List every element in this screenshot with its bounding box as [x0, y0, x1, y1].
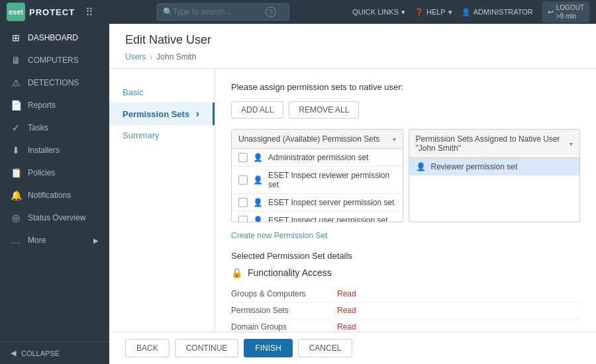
step-arrow-icon: › [196, 108, 199, 120]
more-icon: … [11, 235, 21, 246]
user-icon: 👤 [253, 175, 263, 185]
content-area: Edit Native User Users › John Smith Basi… [109, 24, 596, 364]
cancel-button[interactable]: CANCEL [298, 339, 353, 357]
logout-btn[interactable]: ↩ LOGOUT >9 min [542, 1, 589, 23]
topbar-center: 🔍 ? [157, 3, 289, 21]
breadcrumb: Users › John Smith [125, 52, 580, 68]
perm-checkbox-inspect-server[interactable] [238, 198, 248, 207]
assigned-permission-col: Permission Sets Assigned to Native User … [409, 129, 581, 222]
sidebar-item-policies[interactable]: 📋 Policies [0, 161, 109, 184]
status-overview-icon: ◎ [11, 212, 21, 223]
remove-all-button[interactable]: REMOVE ALL [289, 101, 359, 118]
topbar-left: eset PROTECT ⠿ [7, 3, 93, 21]
unassigned-permission-col: Unassigned (Available) Permission Sets ▾… [231, 129, 403, 222]
topbar: eset PROTECT ⠿ 🔍 ? QUICK LINKS ▾ ❓ HELP … [0, 0, 596, 24]
detections-icon: ⚠ [11, 77, 21, 88]
quick-links-btn[interactable]: QUICK LINKS ▾ [352, 8, 405, 17]
access-row-domain-groups: Domain Groups Read [231, 319, 580, 332]
access-table: Groups & Computers Read Permission Sets … [231, 286, 580, 332]
sidebar-item-tasks[interactable]: ✓ Tasks [0, 116, 109, 139]
assigned-item-reviewer[interactable]: 👤 Reviewer permission set [409, 158, 580, 175]
assigned-items-list: 👤 Reviewer permission set [409, 158, 580, 175]
sidebar-item-installers[interactable]: ⬇ Installers [0, 139, 109, 161]
sidebar-item-dashboard[interactable]: ⊞ DASHBOARD [0, 26, 109, 49]
permission-columns: Unassigned (Available) Permission Sets ▾… [231, 129, 580, 222]
logo-icon: eset [7, 3, 25, 21]
section-title: Please assign permission sets to native … [231, 82, 580, 92]
search-icon: 🔍 [163, 7, 173, 17]
perm-item-inspect-server[interactable]: 👤 ESET Inspect server permission set [232, 194, 403, 212]
access-row-groups: Groups & Computers Read [231, 286, 580, 302]
computers-icon: 🖥 [11, 55, 21, 66]
reports-icon: 📄 [11, 100, 21, 111]
functionality-header: 🔒 Functionality Access [231, 267, 580, 278]
sidebar-nav: ⊞ DASHBOARD 🖥 COMPUTERS ⚠ DETECTIONS 📄 R… [0, 24, 109, 341]
perm-checkbox-inspect-user[interactable] [238, 216, 248, 222]
logo: eset PROTECT [7, 3, 75, 21]
form-panel: Please assign permission sets to native … [215, 69, 596, 332]
more-arrow-icon: ▶ [93, 237, 99, 244]
finish-button[interactable]: FINISH [244, 339, 292, 357]
grid-icon[interactable]: ⠿ [85, 6, 93, 19]
user-icon: 👤 [253, 216, 263, 222]
sidebar-item-reports[interactable]: 📄 Reports [0, 94, 109, 116]
unassigned-dropdown-icon[interactable]: ▾ [393, 136, 396, 143]
search-box[interactable]: 🔍 ? [157, 3, 289, 21]
collapse-icon: ◀ [11, 349, 16, 357]
breadcrumb-root[interactable]: Users [125, 52, 146, 62]
breadcrumb-separator: › [150, 52, 152, 62]
unassigned-items-list: 👤 Administrator permission set 👤 ESET In… [232, 149, 403, 222]
perm-item-inspect-reviewer[interactable]: 👤 ESET Inspect reviewer permission set [232, 167, 403, 194]
breadcrumb-current: John Smith [156, 52, 196, 62]
unassigned-col-header: Unassigned (Available) Permission Sets ▾ [232, 130, 403, 149]
selected-details-title: Selected Permission Set details [231, 251, 580, 261]
logo-text: PROTECT [29, 7, 75, 17]
dashboard-icon: ⊞ [11, 32, 21, 43]
search-input[interactable] [173, 7, 266, 17]
sidebar-collapse-btn[interactable]: ◀ COLLAPSE [0, 341, 109, 364]
perm-checkbox-inspect-reviewer[interactable] [238, 175, 248, 185]
create-permission-set-link[interactable]: Create new Permission Set [231, 231, 327, 240]
page-header: Edit Native User Users › John Smith [109, 24, 596, 69]
assigned-col-header: Permission Sets Assigned to Native User … [409, 130, 580, 158]
permission-action-buttons: ADD ALL REMOVE ALL [231, 101, 580, 118]
main-layout: ⊞ DASHBOARD 🖥 COMPUTERS ⚠ DETECTIONS 📄 R… [0, 24, 596, 364]
sidebar-item-computers[interactable]: 🖥 COMPUTERS [0, 49, 109, 71]
lock-icon: 🔒 [231, 267, 242, 278]
topbar-right: QUICK LINKS ▾ ❓ HELP ▾ 👤 ADMINISTRATOR ↩… [352, 1, 589, 23]
add-all-button[interactable]: ADD ALL [231, 101, 283, 118]
sidebar-item-status-overview[interactable]: ◎ Status Overview [0, 206, 109, 229]
user-icon: 👤 [416, 162, 426, 171]
help-btn[interactable]: ❓ HELP ▾ [415, 8, 452, 17]
perm-checkbox-admin[interactable] [238, 153, 248, 162]
steps-panel: Basic Permission Sets › Summary [109, 69, 215, 332]
perm-item-admin[interactable]: 👤 Administrator permission set [232, 149, 403, 167]
perm-item-inspect-user[interactable]: 👤 ESET Inspect user permission set [232, 212, 403, 222]
assigned-dropdown-icon[interactable]: ▾ [570, 140, 573, 148]
step-basic[interactable]: Basic [109, 82, 215, 103]
continue-button[interactable]: CONTINUE [175, 339, 239, 357]
page-title: Edit Native User [125, 33, 580, 47]
sidebar-item-more[interactable]: … More ▶ [0, 229, 109, 251]
admin-btn[interactable]: 👤 ADMINISTRATOR [462, 8, 533, 17]
sidebar-item-notifications[interactable]: 🔔 Notifications [0, 184, 109, 206]
sidebar-item-detections[interactable]: ⚠ DETECTIONS [0, 71, 109, 94]
back-button[interactable]: BACK [125, 339, 170, 357]
notifications-icon: 🔔 [11, 190, 21, 201]
tasks-icon: ✓ [11, 122, 21, 133]
access-row-permission-sets: Permission Sets Read [231, 302, 580, 319]
user-icon: 👤 [253, 198, 263, 207]
footer-bar: BACK CONTINUE FINISH CANCEL [109, 332, 596, 364]
user-icon: 👤 [253, 153, 263, 162]
installers-icon: ⬇ [11, 145, 21, 156]
sidebar: ⊞ DASHBOARD 🖥 COMPUTERS ⚠ DETECTIONS 📄 R… [0, 24, 109, 364]
search-help-icon[interactable]: ? [266, 7, 276, 17]
edit-layout: Basic Permission Sets › Summary Please a… [109, 69, 596, 332]
policies-icon: 📋 [11, 167, 21, 178]
step-permission-sets[interactable]: Permission Sets › [109, 103, 215, 125]
step-summary[interactable]: Summary [109, 125, 215, 146]
